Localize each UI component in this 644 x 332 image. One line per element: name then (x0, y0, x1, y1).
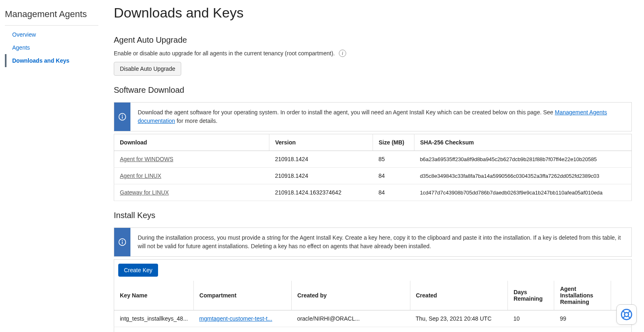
version-cell: 210918.1424 (269, 151, 373, 168)
install-keys-banner: During the installation process, you mus… (114, 227, 632, 257)
info-icon (118, 238, 126, 246)
info-icon (118, 113, 126, 121)
col-compartment: Compartment (193, 281, 291, 310)
sidebar-item-downloads-keys[interactable]: Downloads and Keys (5, 54, 106, 67)
sidebar-item-agents[interactable]: Agents (5, 41, 106, 54)
version-cell: 210918.1424 (269, 168, 373, 184)
lifebuoy-icon (620, 308, 633, 321)
install-keys-toolbar: Create Key (114, 259, 632, 281)
col-created-by: Created by (291, 281, 410, 310)
col-checksum: SHA-256 Checksum (414, 134, 631, 151)
col-days-remaining: Days Remaining (507, 281, 554, 310)
size-cell: 84 (373, 168, 414, 184)
banner-message: Download the agent software for your ope… (130, 103, 631, 131)
page-title: Downloads and Keys (114, 5, 632, 21)
install-keys-heading: Install Keys (114, 211, 632, 220)
days-remaining-cell: 10 (507, 310, 554, 327)
svg-rect-2 (122, 116, 123, 119)
table-row: intg_tests_installkeys_17...mgmtagent-cu… (114, 327, 632, 332)
auto-upgrade-heading: Agent Auto Upgrade (114, 35, 632, 45)
created-cell: Thu, Sep 23, 2021 20:48 UTC (410, 310, 507, 327)
size-cell: 84 (373, 184, 414, 201)
created-by-cell: oracle/NIRHI@ORACL... (291, 310, 410, 327)
table-row: Gateway for LINUX210918.1424.16323746428… (114, 184, 632, 201)
version-cell: 210918.1424.1632374642 (269, 184, 373, 201)
sidebar-item-overview[interactable]: Overview (5, 28, 106, 41)
checksum-cell: 1cd477d7c43908b705dd786b7daedb0263f9e9ca… (414, 184, 631, 201)
installs-remaining-cell: 99 (554, 327, 611, 332)
table-row: intg_tests_installkeys_48...mgmtagent-cu… (114, 310, 632, 327)
row-actions-cell[interactable] (611, 327, 632, 332)
help-widget-button[interactable] (616, 304, 637, 325)
days-remaining-cell: 9 (507, 327, 554, 332)
table-row: Agent for WINDOWS210918.142485b6a23a6953… (114, 151, 632, 168)
col-created: Created (410, 281, 507, 310)
svg-point-4 (122, 240, 123, 241)
banner-stripe (114, 103, 130, 131)
svg-rect-5 (122, 242, 123, 244)
info-icon[interactable]: i (339, 50, 346, 57)
svg-point-7 (624, 312, 629, 317)
key-name-cell: intg_tests_installkeys_17... (114, 327, 194, 332)
software-download-table: Download Version Size (MB) SHA-256 Check… (114, 134, 632, 201)
download-link[interactable]: Agent for LINUX (120, 173, 161, 179)
created-by-cell: oracle/MANA... (291, 327, 410, 332)
software-download-banner: Download the agent software for your ope… (114, 102, 632, 131)
col-key-name: Key Name (114, 281, 194, 310)
table-row: Agent for LINUX210918.142484d35c8e349843… (114, 168, 632, 184)
size-cell: 85 (373, 151, 414, 168)
download-link[interactable]: Agent for WINDOWS (120, 156, 173, 162)
col-installs-remaining: Agent Installations Remaining (554, 281, 611, 310)
checksum-cell: d35c8e349843c33fa8fa7ba14a5990566c030435… (414, 168, 631, 184)
compartment-link[interactable]: mgmtagent-customer-test-t... (199, 315, 272, 322)
sidebar: Management Agents Overview Agents Downlo… (0, 0, 106, 332)
checksum-cell: b6a23a69535ff230a8f9d8ba945c2b627dcb9b28… (414, 151, 631, 168)
main-content: Downloads and Keys Agent Auto Upgrade En… (106, 0, 644, 332)
col-download: Download (114, 134, 269, 151)
installs-remaining-cell: 99 (554, 310, 611, 327)
col-size: Size (MB) (373, 134, 414, 151)
install-keys-banner-text: During the installation process, you mus… (130, 228, 631, 256)
col-version: Version (269, 134, 373, 151)
auto-upgrade-description: Enable or disable auto upgrade for all a… (114, 50, 335, 57)
sidebar-title: Management Agents (5, 9, 98, 26)
software-download-heading: Software Download (114, 85, 632, 95)
install-keys-table: Key Name Compartment Created by Created … (114, 281, 632, 332)
sidebar-nav: Overview Agents Downloads and Keys (5, 28, 106, 67)
created-cell: Wed, Sep 22, 2021 11:17 UTC (410, 327, 507, 332)
create-key-button[interactable]: Create Key (118, 264, 158, 277)
download-link[interactable]: Gateway for LINUX (120, 189, 169, 196)
disable-auto-upgrade-button[interactable]: Disable Auto Upgrade (114, 62, 181, 76)
svg-point-1 (122, 115, 123, 116)
key-name-cell: intg_tests_installkeys_48... (114, 310, 194, 327)
banner-stripe (114, 228, 130, 256)
